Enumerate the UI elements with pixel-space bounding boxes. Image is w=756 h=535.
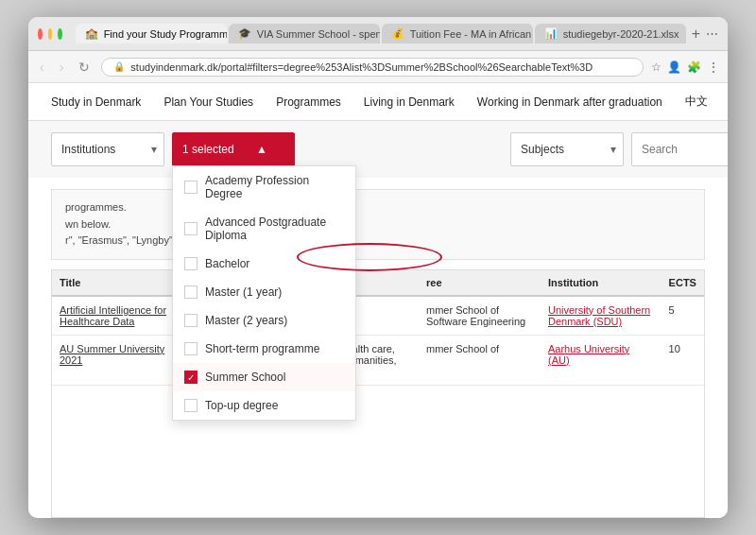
filter-bar: Institutions 1 selected ▲ Academy Profes… xyxy=(28,121,728,178)
checkbox-summerschool[interactable]: ✓ xyxy=(184,371,198,384)
tab-close-4[interactable]: ✕ xyxy=(685,28,686,39)
chevron-up-icon: ▲ xyxy=(256,143,267,156)
cell-degree-2: mmer School of xyxy=(419,335,541,385)
dropdown-item-label-master2: Master (2 years) xyxy=(205,314,287,327)
reload-button[interactable]: ↻ xyxy=(75,58,94,77)
checkbox-bachelor[interactable] xyxy=(184,257,198,270)
titlebar: 🏫 Find your Study Programme – ✕ 🎓 VIA Su… xyxy=(28,17,728,51)
search-filter-wrapper xyxy=(631,132,728,166)
tab-favicon-2: 🎓 xyxy=(238,27,251,40)
nav-chinese[interactable]: 中文 xyxy=(685,94,708,110)
cell-ects-1: 5 xyxy=(662,296,704,336)
dropdown-item-label-master1: Master (1 year) xyxy=(205,285,282,299)
settings-icon[interactable]: ⋯ xyxy=(706,26,718,41)
results-table-wrap: Title Subject ree Institution ECTS Artif… xyxy=(51,269,705,518)
dropdown-item-label-summerschool: Summer School xyxy=(205,371,285,384)
institutions-wrapper: Institutions xyxy=(51,132,164,166)
bookmark-icon[interactable]: ☆ xyxy=(651,60,662,74)
dropdown-item-master2[interactable]: Master (2 years) xyxy=(173,306,355,335)
institution-link-1[interactable]: University of Southern Denmark (SDU) xyxy=(548,304,650,327)
addressbar: ‹ › ↻ 🔒 studyindenmark.dk/portal#filters… xyxy=(28,51,728,83)
menu-icon[interactable]: ⋮ xyxy=(707,60,720,75)
dropdown-item-label-academy: Academy Profession Degree xyxy=(205,174,344,200)
dropdown-item-academy[interactable]: Academy Profession Degree xyxy=(173,166,355,208)
dropdown-item-shortterm[interactable]: Short-term programme xyxy=(173,335,355,363)
tab-bar: 🏫 Find your Study Programme – ✕ 🎓 VIA Su… xyxy=(76,24,700,43)
close-dot[interactable] xyxy=(38,28,43,40)
tab-favicon-3: 💰 xyxy=(391,27,404,40)
col-degree: ree xyxy=(419,270,541,296)
main-content: programmes. wn below. r", "Erasmus", "Ly… xyxy=(28,178,728,518)
tab-label-3: Tuition Fee - MA in African St... xyxy=(410,28,533,40)
info-line-2: wn below. xyxy=(65,216,691,233)
cell-ects-2: 10 xyxy=(662,335,704,385)
title-link-1[interactable]: Artificial Intelligence for Healthcare D… xyxy=(60,304,166,327)
subjects-wrapper: Subjects xyxy=(510,132,624,166)
checkbox-master1[interactable] xyxy=(184,285,198,299)
table-header-row: Title Subject ree Institution ECTS xyxy=(52,270,704,296)
tab-label-2: VIA Summer School - spend ti... xyxy=(257,28,380,40)
checkbox-topup[interactable] xyxy=(184,399,198,412)
tab-label-4: studiegebyr-2020-21.xlsx xyxy=(563,28,679,40)
col-ects: ECTS xyxy=(662,270,704,296)
institution-link-2[interactable]: Aarhus University (AU) xyxy=(548,343,629,366)
nav-plan-studies[interactable]: Plan Your Studies xyxy=(163,95,253,109)
expand-dot[interactable] xyxy=(58,28,62,40)
browser-toolbar: ☆ 👤 🧩 ⋮ xyxy=(651,60,720,75)
tab-favicon-4: 📊 xyxy=(544,27,558,40)
cell-title-1: Artificial Intelligence for Healthcare D… xyxy=(52,296,177,336)
search-input[interactable] xyxy=(631,132,728,166)
info-line-1: programmes. xyxy=(65,199,691,216)
dropdown-item-summerschool[interactable]: ✓ Summer School xyxy=(173,363,355,391)
profile-icon[interactable]: 👤 xyxy=(667,60,681,74)
degree-filter-wrapper: 1 selected ▲ Academy Profession Degree A… xyxy=(172,132,295,166)
tab-tuition[interactable]: 💰 Tuition Fee - MA in African St... ✕ xyxy=(382,24,533,43)
degree-filter-selected[interactable]: 1 selected ▲ xyxy=(172,132,295,166)
dropdown-item-label-shortterm: Short-term programme xyxy=(205,342,319,355)
url-bar[interactable]: 🔒 studyindenmark.dk/portal#filters=degre… xyxy=(101,58,644,77)
dropdown-item-topup[interactable]: Top-up degree xyxy=(173,391,355,420)
col-title: Title xyxy=(52,270,177,296)
tab-xlsx[interactable]: 📊 studiegebyr-2020-21.xlsx ✕ xyxy=(535,24,686,43)
cell-institution-1: University of Southern Denmark (SDU) xyxy=(541,296,662,336)
table-row: Artificial Intelligence for Healthcare D… xyxy=(52,296,704,336)
nav-study-denmark[interactable]: Study in Denmark xyxy=(51,95,141,109)
window-controls: ⋯ xyxy=(706,26,718,41)
dropdown-item-advanced[interactable]: Advanced Postgraduate Diploma xyxy=(173,208,355,250)
nav-programmes[interactable]: Programmes xyxy=(276,95,341,109)
nav-working[interactable]: Working in Denmark after graduation xyxy=(477,95,662,109)
new-tab-button[interactable]: + xyxy=(692,26,700,43)
results-table: Title Subject ree Institution ECTS Artif… xyxy=(52,270,704,386)
forward-button[interactable]: › xyxy=(56,58,68,77)
table-row: AU Summer University 2021 Agric, Econ, m… xyxy=(52,335,704,385)
checkbox-shortterm[interactable] xyxy=(184,342,198,355)
dropdown-item-bachelor[interactable]: Bachelor xyxy=(173,250,355,278)
cell-title-2: AU Summer University 2021 xyxy=(52,335,177,385)
info-line-3: r", "Erasmus", "Lyngby" xyxy=(65,233,691,250)
top-navigation: Study in Denmark Plan Your Studies Progr… xyxy=(28,83,728,121)
extensions-icon[interactable]: 🧩 xyxy=(687,60,701,74)
browser-window: 🏫 Find your Study Programme – ✕ 🎓 VIA Su… xyxy=(28,17,728,518)
col-institution: Institution xyxy=(541,270,662,296)
site-content: Study in Denmark Plan Your Studies Progr… xyxy=(28,83,728,518)
tab-label: Find your Study Programme – xyxy=(104,28,227,40)
cell-degree-1: mmer School of Software Engineering xyxy=(419,296,541,336)
dropdown-item-label-advanced: Advanced Postgraduate Diploma xyxy=(205,216,344,242)
dropdown-item-label-topup: Top-up degree xyxy=(205,399,278,412)
dropdown-item-master1[interactable]: Master (1 year) xyxy=(173,278,355,306)
cell-institution-2: Aarhus University (AU) xyxy=(541,335,662,385)
tab-via[interactable]: 🎓 VIA Summer School - spend ti... ✕ xyxy=(229,24,380,43)
info-box: programmes. wn below. r", "Erasmus", "Ly… xyxy=(51,189,705,260)
institutions-dropdown[interactable]: Institutions xyxy=(51,132,164,166)
lock-icon: 🔒 xyxy=(113,61,125,72)
back-button[interactable]: ‹ xyxy=(36,58,48,77)
checkbox-academy[interactable] xyxy=(184,181,198,194)
minimize-dot[interactable] xyxy=(48,28,53,40)
title-link-2[interactable]: AU Summer University 2021 xyxy=(60,343,164,366)
checkbox-advanced[interactable] xyxy=(184,222,198,235)
checkbox-master2[interactable] xyxy=(184,314,198,327)
nav-living[interactable]: Living in Denmark xyxy=(364,95,455,109)
subjects-dropdown[interactable]: Subjects xyxy=(510,132,624,166)
selected-label: 1 selected xyxy=(182,143,234,156)
tab-find-programme[interactable]: 🏫 Find your Study Programme – ✕ xyxy=(76,24,227,43)
